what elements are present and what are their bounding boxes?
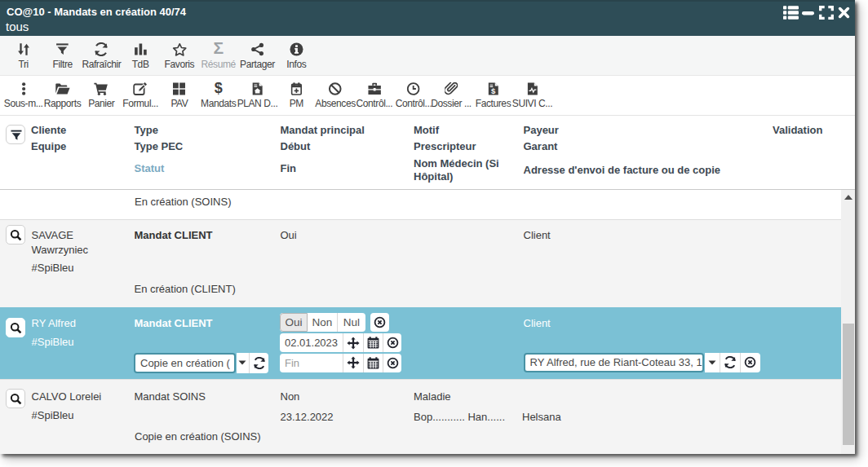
svg-text:$: $ [491,86,496,95]
